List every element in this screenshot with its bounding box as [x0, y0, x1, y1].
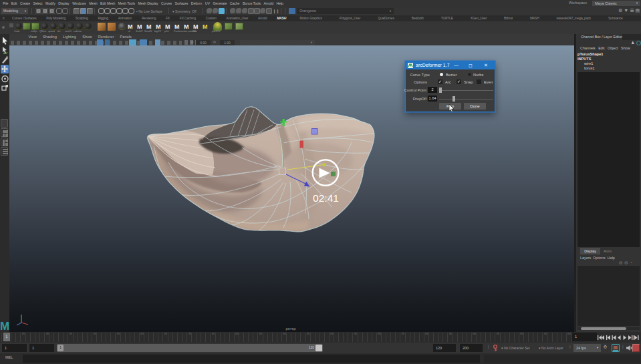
svg-text:02:41: 02:41	[313, 192, 339, 204]
svg-text:persp: persp	[285, 327, 296, 331]
